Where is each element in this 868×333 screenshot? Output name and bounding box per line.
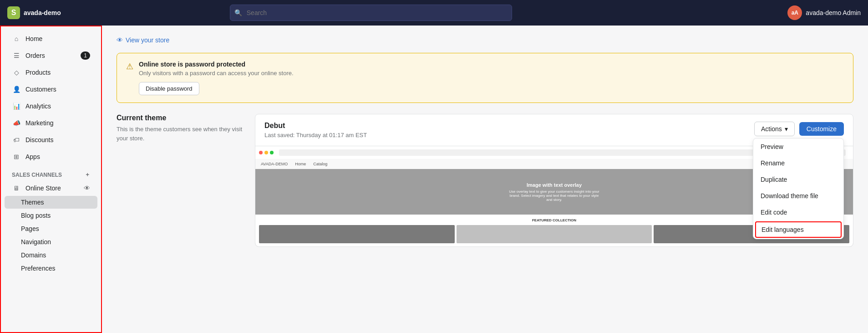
- preview-product-2: [457, 225, 652, 243]
- actions-dropdown-menu: Preview Rename Duplicate Download theme …: [753, 138, 844, 239]
- theme-card-header: Debut Last saved: Thursday at 01:17 am E…: [255, 114, 853, 146]
- user-menu[interactable]: aA avada-demo Admin: [787, 5, 861, 20]
- dropdown-item-preview[interactable]: Preview: [753, 138, 843, 155]
- search-icon: 🔍: [234, 9, 242, 16]
- user-name: avada-demo Admin: [806, 9, 861, 16]
- sales-channels-section: SALES CHANNELS ＋: [5, 165, 97, 180]
- sidebar-subitem-preferences-label: Preferences: [21, 265, 55, 272]
- current-theme-description: This is the theme customers see when the…: [117, 125, 244, 143]
- sidebar-subitem-preferences[interactable]: Preferences: [5, 262, 97, 275]
- preview-hero-subtitle: Use overlay text to give your customers …: [509, 190, 600, 202]
- sidebar-subitem-pages[interactable]: Pages: [5, 222, 97, 235]
- sidebar-label-marketing: Marketing: [25, 119, 53, 127]
- search-input[interactable]: [230, 5, 512, 21]
- disable-password-button[interactable]: Disable password: [139, 82, 199, 95]
- brand-logo[interactable]: S avada-demo: [7, 6, 89, 19]
- actions-button[interactable]: Actions ▾: [754, 122, 795, 136]
- sidebar-subitem-domains[interactable]: Domains: [5, 249, 97, 261]
- sidebar-label-customers: Customers: [25, 86, 56, 93]
- theme-actions-wrap: Actions ▾ Customize Preview Rename Dupli…: [754, 122, 844, 136]
- warning-icon: ⚠: [126, 61, 133, 72]
- sidebar-subitem-pages-label: Pages: [21, 225, 39, 232]
- browser-dot-yellow: [264, 151, 268, 154]
- sidebar-label-products: Products: [25, 69, 51, 76]
- topbar: S avada-demo 🔍 aA avada-demo Admin: [0, 0, 868, 26]
- sidebar-item-orders[interactable]: ☰ Orders 1: [5, 47, 97, 64]
- online-store-eye-icon[interactable]: 👁: [84, 184, 90, 192]
- discounts-icon: 🏷: [12, 135, 21, 144]
- orders-badge: 1: [81, 51, 90, 60]
- dropdown-item-rename[interactable]: Rename: [753, 155, 843, 171]
- search-bar[interactable]: 🔍: [230, 5, 512, 21]
- avatar: aA: [787, 5, 802, 20]
- sidebar-item-marketing[interactable]: 📣 Marketing: [5, 115, 97, 131]
- current-theme-title: Current theme: [117, 114, 244, 122]
- browser-dot-red: [259, 151, 263, 154]
- sidebar-item-discounts[interactable]: 🏷 Discounts: [5, 132, 97, 148]
- customers-icon: 👤: [12, 85, 21, 94]
- home-icon: ⌂: [12, 34, 21, 43]
- sidebar-subitem-domains-label: Domains: [21, 251, 46, 259]
- dropdown-item-download[interactable]: Download theme file: [753, 188, 843, 204]
- sidebar-label-apps: Apps: [25, 153, 40, 160]
- marketing-icon: 📣: [12, 118, 21, 128]
- sidebar-label-discounts: Discounts: [25, 136, 53, 143]
- analytics-icon: 📊: [12, 102, 21, 111]
- dropdown-item-edit-languages[interactable]: Edit languages: [755, 221, 842, 238]
- sidebar-item-apps[interactable]: ⊞ Apps: [5, 149, 97, 165]
- products-icon: ◇: [12, 68, 21, 77]
- orders-icon: ☰: [12, 51, 21, 60]
- sidebar-item-home[interactable]: ⌂ Home: [5, 31, 97, 47]
- main-content: 👁 View your store ⚠ Online store is pass…: [102, 26, 868, 333]
- password-banner: ⚠ Online store is password protected Onl…: [117, 53, 853, 103]
- preview-hero-title: Image with text overlay: [527, 182, 582, 188]
- online-store-icon: 🖥: [12, 184, 21, 193]
- theme-card: Debut Last saved: Thursday at 01:17 am E…: [255, 114, 853, 247]
- sidebar-item-products[interactable]: ◇ Products: [5, 64, 97, 81]
- banner-description: Only visitors with a password can access…: [139, 70, 844, 77]
- browser-dot-green: [270, 151, 274, 154]
- sidebar-item-analytics[interactable]: 📊 Analytics: [5, 98, 97, 114]
- sidebar-subitem-blog-posts-label: Blog posts: [21, 212, 51, 219]
- eye-icon: 👁: [117, 36, 123, 44]
- chevron-down-icon: ▾: [785, 125, 788, 133]
- online-store-label: Online Store: [25, 184, 61, 192]
- customize-button[interactable]: Customize: [799, 122, 844, 136]
- preview-product-1: [259, 225, 455, 243]
- apps-icon: ⊞: [12, 152, 21, 161]
- theme-last-saved: Last saved: Thursday at 01:17 am EST: [264, 132, 367, 138]
- sidebar-label-home: Home: [25, 35, 42, 42]
- sidebar-subitem-blog-posts[interactable]: Blog posts: [5, 209, 97, 222]
- banner-title: Online store is password protected: [139, 61, 844, 68]
- sidebar: ⌂ Home ☰ Orders 1 ◇ Products 👤 Customers…: [0, 26, 102, 333]
- sidebar-item-online-store[interactable]: 🖥 Online Store 👁: [5, 181, 97, 195]
- sidebar-label-orders: Orders: [25, 52, 45, 59]
- brand-name: avada-demo: [24, 9, 61, 16]
- current-theme-section: Current theme This is the theme customer…: [117, 114, 853, 247]
- sidebar-label-analytics: Analytics: [25, 102, 51, 110]
- sidebar-item-customers[interactable]: 👤 Customers: [5, 81, 97, 97]
- shopify-icon: S: [7, 6, 20, 19]
- sidebar-subitem-themes-label: Themes: [21, 199, 44, 206]
- dropdown-item-duplicate[interactable]: Duplicate: [753, 171, 843, 188]
- sidebar-subitem-navigation[interactable]: Navigation: [5, 236, 97, 248]
- sidebar-subitem-themes[interactable]: Themes: [5, 196, 97, 209]
- add-sales-channel-icon[interactable]: ＋: [85, 171, 90, 179]
- sidebar-subitem-navigation-label: Navigation: [21, 238, 51, 246]
- dropdown-item-edit-code[interactable]: Edit code: [753, 204, 843, 220]
- view-store-link[interactable]: 👁 View your store: [117, 36, 853, 44]
- theme-name: Debut: [264, 122, 367, 130]
